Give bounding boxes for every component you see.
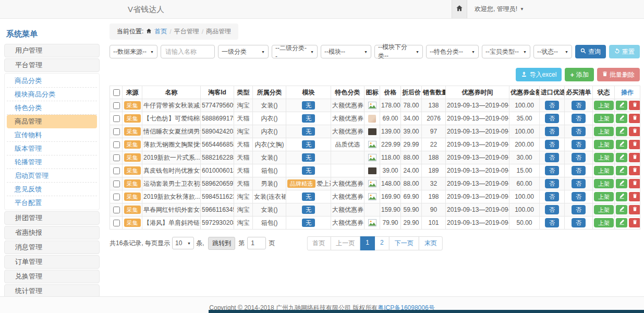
delete-button[interactable]: [629, 101, 640, 110]
edit-button[interactable]: [616, 101, 627, 110]
reset-button[interactable]: 重置: [609, 45, 640, 58]
row-checkbox[interactable]: [113, 220, 120, 226]
import-excel-button[interactable]: 导入excel: [516, 68, 562, 81]
delete-button[interactable]: [629, 205, 640, 214]
edit-button[interactable]: [616, 140, 627, 149]
edit-button[interactable]: [616, 166, 627, 175]
import-select-toggle[interactable]: 否: [545, 166, 559, 175]
row-checkbox[interactable]: [113, 154, 120, 161]
page-button[interactable]: 上一页: [330, 236, 360, 250]
must-buy-toggle[interactable]: 否: [572, 114, 586, 123]
sidebar-item[interactable]: 宣传物料: [7, 128, 97, 142]
status-button[interactable]: 上架: [594, 205, 614, 214]
delete-button[interactable]: [629, 218, 640, 227]
import-select-toggle[interactable]: 否: [545, 140, 559, 149]
must-buy-toggle[interactable]: 否: [572, 153, 586, 162]
sidebar-item[interactable]: 商品分类: [7, 74, 97, 88]
level1-category-select[interactable]: 一级分类▼: [218, 45, 269, 58]
must-buy-toggle[interactable]: 否: [572, 205, 586, 214]
jump-button[interactable]: 跳转到: [208, 237, 235, 250]
data-source-select[interactable]: --数据来源--▼: [110, 45, 157, 58]
sidebar-section[interactable]: 用户管理: [4, 44, 100, 57]
must-buy-toggle[interactable]: 否: [572, 179, 586, 188]
sidebar-item[interactable]: 平台配置: [7, 196, 97, 209]
import-select-toggle[interactable]: 否: [545, 192, 559, 201]
status-button[interactable]: 上架: [594, 218, 614, 227]
page-button[interactable]: 2: [374, 236, 390, 250]
must-buy-toggle[interactable]: 否: [572, 127, 586, 136]
module-select[interactable]: --模块--▼: [321, 45, 371, 58]
row-checkbox[interactable]: [113, 141, 120, 148]
page-button[interactable]: 1: [360, 236, 375, 250]
import-select-toggle[interactable]: 否: [545, 179, 559, 188]
delete-button[interactable]: [629, 127, 640, 136]
row-checkbox[interactable]: [113, 102, 120, 109]
delete-button[interactable]: [629, 153, 640, 162]
page-button[interactable]: 末页: [419, 236, 443, 250]
delete-button[interactable]: [629, 179, 640, 188]
delete-button[interactable]: [629, 192, 640, 201]
row-checkbox[interactable]: [113, 128, 120, 135]
status-button[interactable]: 上架: [594, 101, 614, 110]
sidebar-item[interactable]: 轮播管理: [7, 155, 97, 169]
name-input[interactable]: [161, 45, 215, 58]
user-menu[interactable]: 欢迎您, 管理员! ▼: [475, 5, 524, 14]
import-select-toggle[interactable]: 否: [545, 114, 559, 123]
must-buy-toggle[interactable]: 否: [572, 101, 586, 110]
status-button[interactable]: 上架: [594, 140, 614, 149]
edit-button[interactable]: [616, 218, 627, 227]
edit-button[interactable]: [616, 114, 627, 123]
sidebar-section[interactable]: 平台管理: [4, 58, 100, 72]
module-sub-category-select[interactable]: --模块下分类--▼: [374, 45, 423, 58]
select-all-checkbox[interactable]: [113, 89, 120, 96]
sidebar-section[interactable]: 统计管理: [4, 284, 100, 296]
must-buy-toggle[interactable]: 否: [572, 166, 586, 175]
sidebar-section[interactable]: 兑换管理: [4, 270, 100, 283]
jump-page-input[interactable]: [247, 237, 266, 249]
sidebar-item[interactable]: 特色分类: [7, 101, 97, 115]
sidebar-section[interactable]: 消息管理: [4, 240, 100, 254]
import-select-toggle[interactable]: 否: [545, 101, 559, 110]
must-buy-toggle[interactable]: 否: [572, 218, 586, 227]
must-buy-toggle[interactable]: 否: [572, 140, 586, 149]
search-button[interactable]: 查询: [575, 45, 606, 58]
edit-button[interactable]: [616, 192, 627, 201]
sidebar-item[interactable]: 意见反馈: [7, 183, 97, 196]
edit-button[interactable]: [616, 205, 627, 214]
sidebar-item[interactable]: 模块商品分类: [7, 88, 97, 101]
row-checkbox[interactable]: [113, 207, 120, 213]
must-buy-toggle[interactable]: 否: [572, 192, 586, 201]
level2-category-select[interactable]: --二级分类--▼: [272, 45, 318, 58]
import-select-toggle[interactable]: 否: [545, 127, 559, 136]
sidebar-section[interactable]: 订单管理: [4, 255, 100, 269]
sidebar-section[interactable]: 省惠快报: [4, 226, 100, 239]
delete-button[interactable]: [629, 166, 640, 175]
page-button[interactable]: 首页: [307, 236, 331, 250]
sidebar-item[interactable]: 版本管理: [7, 142, 97, 155]
delete-button[interactable]: [629, 140, 640, 149]
edit-button[interactable]: [616, 153, 627, 162]
batch-delete-button[interactable]: 批量删除: [597, 68, 640, 81]
status-button[interactable]: 上架: [594, 153, 614, 162]
feature-category-select[interactable]: --特色分类--▼: [426, 45, 479, 58]
status-button[interactable]: 上架: [594, 127, 614, 136]
status-button[interactable]: 上架: [594, 166, 614, 175]
edit-button[interactable]: [616, 179, 627, 188]
import-select-toggle[interactable]: 否: [545, 205, 559, 214]
breadcrumb-home-link[interactable]: 首页: [154, 27, 167, 36]
import-select-toggle[interactable]: 否: [545, 218, 559, 227]
sidebar-item[interactable]: 商品管理: [7, 115, 97, 128]
delete-button[interactable]: [629, 114, 640, 123]
row-checkbox[interactable]: [113, 167, 120, 174]
row-checkbox[interactable]: [113, 180, 120, 187]
status-button[interactable]: 上架: [594, 192, 614, 201]
add-button[interactable]: + 添加: [565, 68, 594, 81]
edit-button[interactable]: [616, 127, 627, 136]
page-size-select[interactable]: 10 ▼: [172, 237, 194, 249]
row-checkbox[interactable]: [113, 194, 120, 200]
status-button[interactable]: 上架: [594, 179, 614, 188]
import-select-toggle[interactable]: 否: [545, 153, 559, 162]
item-type-select[interactable]: --宝贝类型--▼: [482, 45, 530, 58]
status-button[interactable]: 上架: [594, 114, 614, 123]
home-button[interactable]: [452, 0, 467, 18]
